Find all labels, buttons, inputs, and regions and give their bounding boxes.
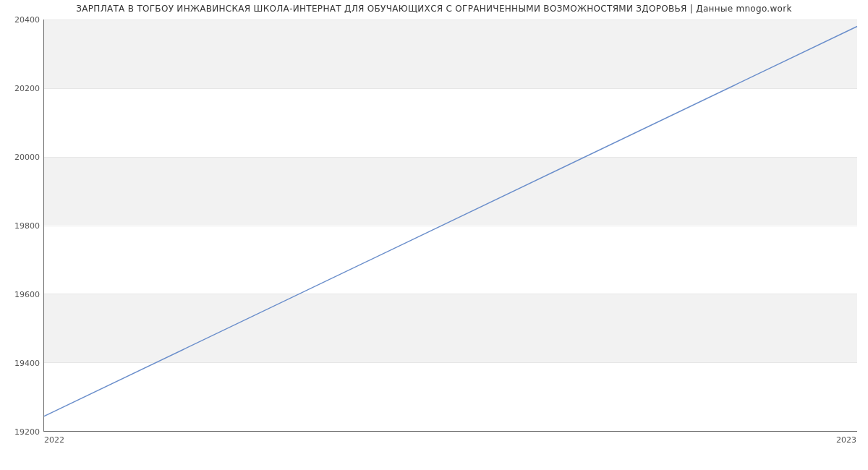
x-tick-label: 2023 [836,435,856,445]
series-line-layer [44,20,857,431]
y-tick-label: 20400 [4,15,40,25]
x-tick-label: 2022 [44,435,64,445]
y-tick-label: 19400 [4,359,40,368]
chart-title: ЗАРПЛАТА В ТОГБОУ ИНЖАВИНСКАЯ ШКОЛА-ИНТЕ… [0,4,868,14]
y-tick-label: 19600 [4,290,40,299]
series-line [44,26,857,416]
chart-container: ЗАРПЛАТА В ТОГБОУ ИНЖАВИНСКАЯ ШКОЛА-ИНТЕ… [0,0,868,470]
y-tick-label: 20200 [4,84,40,93]
y-tick-label: 19800 [4,221,40,231]
plot-area [43,20,857,432]
y-tick-label: 20000 [4,153,40,162]
y-tick-label: 19200 [4,427,40,437]
